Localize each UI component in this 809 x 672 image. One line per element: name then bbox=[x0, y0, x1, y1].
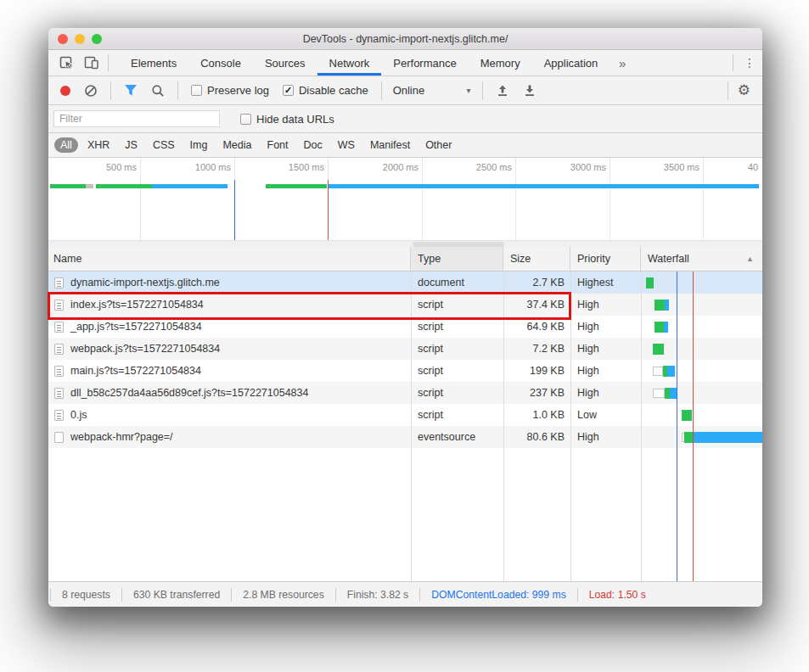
request-priority-cell: High bbox=[570, 316, 641, 338]
more-tabs-icon[interactable]: » bbox=[610, 50, 635, 76]
timeline-gridline bbox=[610, 158, 610, 240]
overview-request-bar bbox=[266, 184, 327, 188]
request-name-cell: _app.js?ts=1572271054834 bbox=[48, 316, 411, 338]
request-name-cell: webpack-hmr?page=/ bbox=[48, 426, 411, 448]
resource-file-icon bbox=[54, 410, 64, 421]
resource-type-pill[interactable]: Doc bbox=[298, 137, 329, 153]
disable-cache-control: ✓ Disable cache bbox=[283, 84, 368, 97]
close-window-button[interactable] bbox=[58, 34, 68, 44]
devtools-tab-bar: Elements Console Sources Network bbox=[48, 50, 762, 76]
throttling-select[interactable]: Online ▾ bbox=[393, 84, 471, 97]
resource-type-pill-label: CSS bbox=[153, 139, 175, 151]
minimize-window-button[interactable] bbox=[75, 34, 85, 44]
settings-gear-icon[interactable]: ⚙ bbox=[738, 81, 750, 99]
request-priority-cell: High bbox=[570, 338, 641, 360]
preserve-log-checkbox[interactable] bbox=[191, 85, 202, 96]
resource-type-pill[interactable]: Font bbox=[261, 137, 295, 153]
panel-tab-label: Sources bbox=[265, 57, 306, 70]
window-title: DevTools - dynamic-import-nextjs.glitch.… bbox=[303, 33, 508, 45]
column-header-priority[interactable]: Priority bbox=[570, 247, 641, 271]
zoom-window-button[interactable] bbox=[92, 34, 102, 44]
request-row[interactable]: webpack.js?ts=1572271054834 script 7.2 K… bbox=[48, 338, 762, 360]
resource-type-pill[interactable]: All bbox=[54, 137, 78, 153]
waterfall-bar-segment bbox=[684, 432, 694, 443]
request-priority-cell: High bbox=[570, 382, 641, 404]
export-har-icon[interactable] bbox=[522, 83, 537, 98]
request-row[interactable]: webpack-hmr?page=/ eventsource 80.6 KB H… bbox=[48, 426, 762, 448]
resource-type-pill-label: All bbox=[60, 139, 72, 151]
request-name: dynamic-import-nextjs.glitch.me bbox=[70, 277, 220, 288]
main-menu-icon[interactable]: ⋮ bbox=[737, 50, 762, 76]
search-icon[interactable] bbox=[150, 83, 166, 98]
resource-type-pill[interactable]: Img bbox=[184, 137, 214, 153]
panel-tab[interactable]: Console bbox=[188, 50, 253, 76]
column-header-waterfall-label: Waterfall bbox=[648, 253, 689, 265]
network-overview-timeline[interactable]: 500 ms1000 ms1500 ms2000 ms2500 ms3000 m… bbox=[48, 158, 762, 240]
timeline-tick-label: 2000 ms bbox=[359, 162, 419, 172]
status-item: Finish: 3.82 s bbox=[335, 588, 419, 602]
record-network-log-button[interactable] bbox=[60, 86, 70, 96]
request-row[interactable]: index.js?ts=1572271054834 script 37.4 KB… bbox=[48, 294, 762, 316]
inspect-element-icon[interactable] bbox=[53, 50, 79, 76]
status-item: 2.8 MB resources bbox=[231, 588, 335, 602]
request-row[interactable]: _app.js?ts=1572271054834 script 64.9 KB … bbox=[48, 316, 762, 338]
request-type-cell: script bbox=[411, 316, 503, 338]
column-header-size[interactable]: Size bbox=[503, 247, 570, 271]
disable-cache-checkbox[interactable]: ✓ bbox=[283, 85, 294, 96]
waterfall-bar-segment bbox=[655, 300, 665, 311]
timeline-tick-label: 2500 ms bbox=[452, 162, 512, 172]
timeline-tick-label: 1000 ms bbox=[171, 162, 231, 172]
request-row[interactable]: 0.js script 1.0 KB Low bbox=[48, 404, 762, 426]
resource-file-icon bbox=[54, 322, 64, 333]
request-waterfall-cell bbox=[641, 382, 762, 404]
overview-request-bar bbox=[328, 184, 759, 188]
panel-tab[interactable]: Application bbox=[532, 50, 610, 76]
clear-network-log-icon[interactable] bbox=[83, 83, 98, 98]
title-bar: DevTools - dynamic-import-nextjs.glitch.… bbox=[48, 28, 762, 50]
filter-funnel-icon[interactable] bbox=[123, 83, 138, 98]
device-toolbar-icon[interactable] bbox=[79, 50, 104, 76]
overview-request-bar bbox=[96, 184, 152, 188]
resource-type-pill[interactable]: Manifest bbox=[364, 137, 416, 153]
request-row[interactable]: main.js?ts=1572271054834 script 199 KB H… bbox=[48, 360, 762, 382]
request-priority-cell: High bbox=[570, 360, 641, 382]
resource-type-pill-label: Doc bbox=[304, 139, 323, 151]
resource-type-pill[interactable]: JS bbox=[119, 137, 143, 153]
request-row[interactable]: dynamic-import-nextjs.glitch.me document… bbox=[48, 272, 762, 294]
resource-type-pill[interactable]: Other bbox=[419, 137, 458, 153]
panel-tab[interactable]: Sources bbox=[253, 50, 317, 76]
timeline-gridline bbox=[703, 158, 704, 240]
panel-tab[interactable]: Performance bbox=[381, 50, 468, 76]
column-header-type[interactable]: Type bbox=[411, 247, 503, 271]
traffic-lights bbox=[58, 34, 102, 44]
request-row[interactable]: dll_b58c257da4aa56d89cef.js?ts=157227105… bbox=[48, 382, 762, 404]
panel-tab[interactable]: Memory bbox=[469, 50, 532, 76]
resource-type-pill[interactable]: WS bbox=[332, 137, 361, 153]
resource-type-pill[interactable]: XHR bbox=[81, 137, 115, 153]
panel-tab[interactable]: Network bbox=[317, 50, 382, 76]
request-size-cell: 199 KB bbox=[503, 360, 570, 382]
sort-ascending-icon: ▲ bbox=[746, 255, 754, 263]
request-name: webpack-hmr?page=/ bbox=[70, 431, 173, 443]
panel-tab[interactable]: Elements bbox=[119, 50, 188, 76]
request-name: _app.js?ts=1572271054834 bbox=[70, 321, 202, 333]
overview-request-bar bbox=[86, 184, 93, 188]
request-waterfall-cell bbox=[641, 404, 762, 426]
column-header-waterfall[interactable]: Waterfall ▲ bbox=[641, 247, 762, 271]
request-type-cell: eventsource bbox=[411, 426, 503, 448]
timeline-gridline bbox=[515, 158, 516, 240]
filter-input[interactable] bbox=[53, 110, 220, 127]
resource-type-pill[interactable]: Media bbox=[216, 137, 257, 153]
status-item-label: DOMContentLoaded: 999 ms bbox=[431, 589, 566, 601]
request-priority-cell: High bbox=[570, 294, 641, 316]
hide-data-urls-checkbox[interactable] bbox=[240, 114, 251, 125]
column-header-name[interactable]: Name bbox=[48, 247, 411, 271]
import-har-icon[interactable] bbox=[495, 83, 510, 98]
waterfall-bar-segment bbox=[667, 366, 675, 377]
request-waterfall-cell bbox=[641, 426, 762, 448]
resource-type-pill-label: Media bbox=[222, 139, 251, 151]
waterfall-bar-segment bbox=[670, 388, 677, 399]
overview-request-bar bbox=[152, 184, 228, 188]
request-waterfall-cell bbox=[641, 272, 762, 294]
resource-type-pill[interactable]: CSS bbox=[147, 137, 181, 153]
